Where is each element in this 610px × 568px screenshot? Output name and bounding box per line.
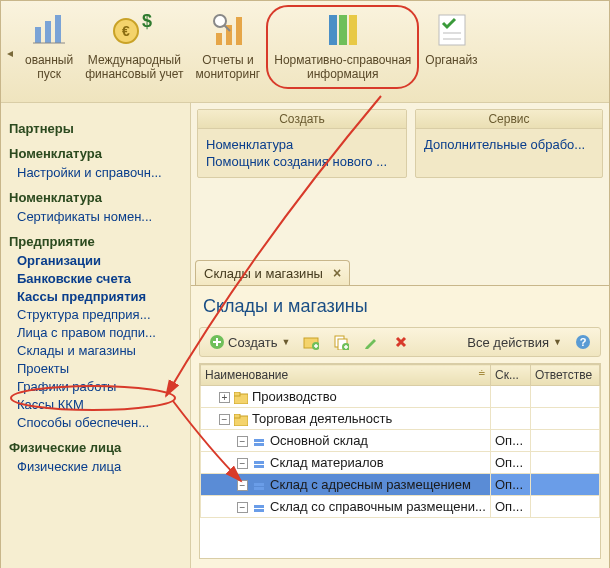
table-row[interactable]: −Торговая деятельность	[201, 408, 600, 430]
expander-icon[interactable]: −	[237, 436, 248, 447]
checklist-icon	[429, 7, 473, 51]
expander-icon[interactable]: −	[219, 414, 230, 425]
table-row[interactable]: −Основной складОп...	[201, 430, 600, 452]
svg-rect-8	[236, 17, 242, 45]
tab-warehouses[interactable]: Склады и магазины ×	[195, 260, 350, 285]
warehouse-table[interactable]: Наименование≐ Ск... Ответстве +Производс…	[200, 364, 600, 518]
sidebar-link-sign-persons[interactable]: Лица с правом подпи...	[17, 325, 184, 340]
section-label: Международный	[88, 53, 181, 67]
folder-icon	[234, 392, 248, 404]
section-button-0[interactable]: ованный пуск	[19, 5, 79, 83]
sidebar: Партнеры Номенклатура Настройки и справо…	[1, 103, 191, 568]
sidebar-heading-nomen-top[interactable]: Номенклатура	[9, 146, 184, 161]
sort-asc-icon: ≐	[478, 368, 486, 378]
expander-icon[interactable]: −	[237, 480, 248, 491]
svg-rect-12	[339, 15, 347, 45]
sidebar-link-warehouses[interactable]: Склады и магазины	[17, 343, 184, 358]
copy-button[interactable]	[328, 331, 354, 353]
row-sk: Оп...	[491, 452, 531, 474]
expander-icon[interactable]: −	[237, 502, 248, 513]
row-name: Основной склад	[270, 433, 368, 448]
section-label: Органайз	[425, 53, 477, 67]
svg-rect-32	[254, 465, 264, 468]
all-actions-label: Все действия	[467, 335, 549, 350]
books-icon	[321, 7, 365, 51]
sidebar-link-kassy[interactable]: Кассы предприятия	[17, 289, 184, 304]
svg-text:€: €	[122, 23, 130, 39]
row-name: Склад со справочным размещени...	[270, 499, 486, 514]
sidebar-heading-enterprise: Предприятие	[9, 234, 184, 249]
table-row[interactable]: +Производство	[201, 386, 600, 408]
table-row[interactable]: −Склад материаловОп...	[201, 452, 600, 474]
section-label: мониторинг	[196, 67, 261, 81]
section-label: информация	[307, 67, 379, 81]
col-resp[interactable]: Ответстве	[531, 365, 600, 386]
edit-button[interactable]	[358, 331, 384, 353]
section-label: Нормативно-справочная	[274, 53, 411, 67]
section-button-4[interactable]: Органайз	[419, 5, 483, 69]
section-label: пуск	[37, 67, 61, 81]
service-panel-title: Сервис	[416, 110, 602, 129]
row-name: Торговая деятельность	[252, 411, 392, 426]
warehouse-icon	[252, 502, 266, 514]
svg-text:?: ?	[580, 336, 587, 348]
sidebar-link-settings[interactable]: Настройки и справочн...	[17, 165, 184, 180]
all-actions-button[interactable]: Все действия ▼	[463, 333, 566, 352]
warehouse-icon	[252, 436, 266, 448]
service-panel: Сервис Дополнительные обрабо...	[415, 109, 603, 178]
svg-rect-1	[45, 21, 51, 43]
create-link-nomen[interactable]: Номенклатура	[206, 137, 398, 152]
svg-rect-31	[254, 461, 264, 464]
sidebar-heading-partners[interactable]: Партнеры	[9, 121, 184, 136]
row-sk	[491, 386, 531, 408]
table-row[interactable]: −Склад со справочным размещени...Оп...	[201, 496, 600, 518]
section-label: финансовый учет	[85, 67, 183, 81]
row-name: Склад материалов	[270, 455, 384, 470]
warehouse-icon	[252, 458, 266, 470]
sidebar-link-schedules[interactable]: Графики работы	[17, 379, 184, 394]
sidebar-link-structure[interactable]: Структура предприя...	[17, 307, 184, 322]
sidebar-link-phys[interactable]: Физические лица	[17, 459, 184, 474]
row-sk: Оп...	[491, 474, 531, 496]
new-folder-button[interactable]	[298, 331, 324, 353]
service-link-processing[interactable]: Дополнительные обрабо...	[424, 137, 594, 152]
section-button-2[interactable]: Отчеты и мониторинг	[190, 5, 267, 83]
grid-toolbar: Создать ▼ Все действия ▼ ?	[199, 327, 601, 357]
row-sk	[491, 408, 531, 430]
sidebar-link-bank[interactable]: Банковские счета	[17, 271, 184, 286]
sidebar-link-projects[interactable]: Проекты	[17, 361, 184, 376]
currency-icon: €$	[112, 7, 156, 51]
svg-rect-28	[234, 414, 240, 418]
sidebar-link-kkm[interactable]: Кассы ККМ	[17, 397, 184, 412]
warehouse-icon	[252, 480, 266, 492]
expander-icon[interactable]: +	[219, 392, 230, 403]
create-button[interactable]: Создать ▼	[204, 331, 294, 353]
report-icon	[206, 7, 250, 51]
svg-rect-14	[439, 15, 465, 45]
col-sk[interactable]: Ск...	[491, 365, 531, 386]
section-label: ованный	[25, 53, 73, 67]
row-resp	[531, 496, 600, 518]
expander-icon[interactable]: −	[237, 458, 248, 469]
help-button[interactable]: ?	[570, 331, 596, 353]
finance-chart-icon	[27, 7, 71, 51]
svg-rect-33	[254, 483, 264, 486]
sidebar-link-cert[interactable]: Сертификаты номен...	[17, 209, 184, 224]
svg-rect-2	[55, 15, 61, 43]
sidebar-link-organizations[interactable]: Организации	[17, 253, 184, 268]
delete-button[interactable]	[388, 331, 414, 353]
sidebar-link-supply-methods[interactable]: Способы обеспечен...	[17, 415, 184, 430]
svg-rect-35	[254, 505, 264, 508]
nav-prev-button[interactable]: ◂	[1, 5, 19, 101]
row-resp	[531, 430, 600, 452]
section-label: Отчеты и	[202, 53, 254, 67]
create-link-wizard[interactable]: Помощник создания нового ...	[206, 154, 398, 169]
section-button-reference[interactable]: Нормативно-справочная информация	[266, 5, 419, 89]
create-panel: Создать Номенклатура Помощник создания н…	[197, 109, 407, 178]
svg-text:$: $	[142, 11, 152, 31]
table-row[interactable]: −Склад с адресным размещениемОп...	[201, 474, 600, 496]
section-button-1[interactable]: €$ Международный финансовый учет	[79, 5, 189, 83]
tab-close-icon[interactable]: ×	[333, 265, 341, 281]
svg-rect-6	[216, 33, 222, 45]
col-name[interactable]: Наименование≐	[201, 365, 491, 386]
